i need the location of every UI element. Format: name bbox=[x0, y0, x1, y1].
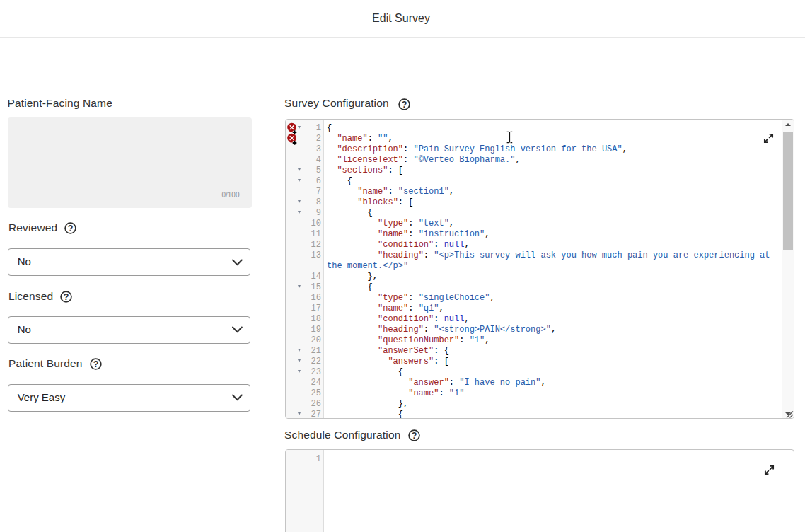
svg-text:?: ? bbox=[93, 359, 99, 369]
svg-text:?: ? bbox=[67, 224, 73, 233]
svg-text:?: ? bbox=[64, 292, 69, 302]
svg-text:?: ? bbox=[401, 100, 407, 110]
svg-text:?: ? bbox=[411, 431, 417, 441]
